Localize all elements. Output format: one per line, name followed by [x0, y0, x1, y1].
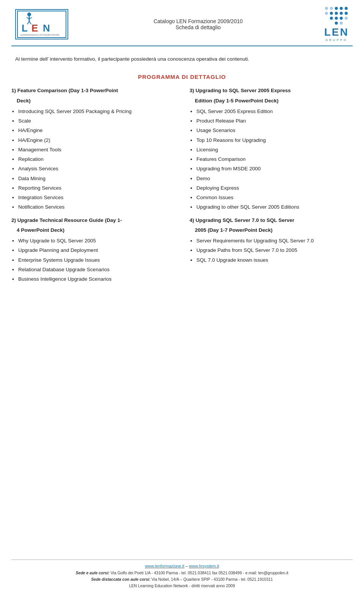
dot [330, 7, 333, 10]
list-item: HA/Engine (2) [11, 137, 174, 144]
footer-link-1[interactable]: www.lenformazione.it [145, 564, 184, 568]
list-item: Management Tools [11, 146, 174, 154]
list-item: Reporting Services [11, 184, 174, 192]
list-item: Upgrade Paths from SQL Server 7.0 to 200… [190, 247, 353, 254]
footer-address-line2: Sede distaccata con aule corsi: Via Nobe… [11, 576, 353, 583]
dot [340, 17, 343, 20]
list-item: Enterprise Systems Upgrade Issues [11, 256, 174, 264]
list-item: Upgrading from MSDE 2000 [190, 165, 353, 173]
svg-line-6 [29, 21, 31, 24]
program-title-section: PROGRAMMA DI DETTAGLIO [0, 67, 364, 87]
footer-links: www.lenformazione.it – www.hrsystem.it [11, 564, 353, 568]
list-item: Business Intelligence Upgrade Scenarios [11, 275, 174, 283]
list-item: Demo [190, 175, 353, 182]
list-item: Licensing [190, 146, 353, 154]
footer-address: Sede e aule corsi: Via Golfo dei Poeti 1… [11, 570, 353, 583]
section-4-subheading: 2005 (Day 1-7 PowerPoint Deck) [190, 226, 353, 234]
section-2-list: Why Upgrade to SQL Server 2005 Upgrade P… [11, 237, 174, 283]
svg-text:L: L [22, 22, 28, 34]
section-2-subheading: 4 PowerPoint Deck) [11, 226, 174, 234]
list-item: Server Requirements for Upgrading SQL Se… [190, 237, 353, 245]
dot [325, 17, 328, 20]
svg-text:N: N [43, 22, 50, 34]
program-title-text: PROGRAMMA DI DETTAGLIO [138, 74, 226, 80]
dot [345, 17, 348, 20]
dot [340, 12, 343, 15]
list-item: Introducing SQL Server 2005 Packaging & … [11, 108, 174, 115]
section-3-subheading: Edition (Day 1-5 PowerPoint Deck) [190, 97, 353, 105]
section-4: 4) Upgrading SQL Server 7.0 to SQL Serve… [190, 217, 353, 264]
dots-grid [325, 7, 348, 25]
header-center: Catalogo LEN Formazione 2009/2010 Scheda… [72, 18, 324, 30]
list-item: Usage Scenarios [190, 127, 353, 134]
list-item: Upgrading to other SQL Server 2005 Editi… [190, 203, 353, 211]
footer-link-2[interactable]: www.hrsystem.it [189, 564, 219, 568]
section-1-list: Introducing SQL Server 2005 Packaging & … [11, 108, 174, 211]
col-right: 3) Upgrading to SQL Server 2005 Express … [182, 87, 353, 556]
list-item: Features Comparison [190, 156, 353, 163]
list-item: Common Issues [190, 194, 353, 201]
list-item: Replication [11, 156, 174, 163]
list-item: Why Upgrade to SQL Server 2005 [11, 237, 174, 245]
section-1: 1) Feature Comparison (Day 1-3 PowerPoin… [11, 87, 174, 211]
section-3-heading: 3) Upgrading to SQL Server 2005 Express [190, 87, 353, 94]
dot [330, 22, 333, 25]
list-item: Deploying Express [190, 184, 353, 192]
footer-address-text2: Via Nobel, 14/A – Quartiere SPIP - 43100… [151, 577, 273, 582]
section-3-list: SQL Server 2005 Express Edition Product … [190, 108, 353, 211]
svg-text:E: E [31, 22, 38, 34]
dot [340, 7, 343, 10]
footer-address-label1: Sede e aule corsi: [76, 571, 110, 575]
len-logo-svg: L E N LEARNING|EDUCATION|NETWORK [17, 11, 66, 38]
section-4-list: Server Requirements for Upgrading SQL Se… [190, 237, 353, 264]
header: L E N LEARNING|EDUCATION|NETWORK Catalog… [0, 0, 364, 46]
list-item: HA/Engine [11, 127, 174, 134]
col-left: 1) Feature Comparison (Day 1-3 PowerPoin… [11, 87, 182, 556]
svg-text:LEARNING|EDUCATION|NETWORK: LEARNING|EDUCATION|NETWORK [20, 34, 60, 36]
dot [325, 7, 328, 10]
dot [345, 12, 348, 15]
section-2-heading: 2) Upgrade Technical Resource Guide (Day… [11, 217, 174, 224]
header-title-line2: Scheda di dettaglio [72, 24, 324, 30]
len-right-logo-subtext: GRUPPO [325, 38, 348, 42]
logo-box-left: L E N LEARNING|EDUCATION|NETWORK [15, 9, 68, 39]
list-item: SQL 7.0 Upgrade known issues [190, 256, 353, 264]
list-item: Analysis Services [11, 165, 174, 173]
logo-inner: L E N LEARNING|EDUCATION|NETWORK [17, 11, 66, 38]
dot [330, 17, 333, 20]
list-item: Data Mining [11, 175, 174, 182]
section-1-subheading: Deck) [11, 97, 174, 105]
list-item: Notification Services [11, 203, 174, 211]
list-item: Upgrade Planning and Deployment [11, 247, 174, 254]
header-title-line1: Catalogo LEN Formazione 2009/2010 [72, 18, 324, 24]
dot [345, 7, 348, 10]
intro-section: Al termine dell' intervento formativo, i… [0, 46, 364, 67]
section-1-heading: 1) Feature Comparison (Day 1-3 PowerPoin… [11, 87, 174, 94]
svg-point-1 [27, 13, 31, 16]
logo-right: LEN GRUPPO [324, 7, 349, 42]
footer-bottom: LEN Learning Education Network - diritti… [11, 583, 353, 588]
dot [325, 12, 328, 15]
len-right-logo-text: LEN [324, 27, 349, 38]
list-item: Top 10 Reasons for Upgrading [190, 137, 353, 144]
dot [335, 22, 338, 25]
section-4-heading: 4) Upgrading SQL Server 7.0 to SQL Serve… [190, 217, 353, 224]
dot [335, 7, 338, 10]
page-wrapper: L E N LEARNING|EDUCATION|NETWORK Catalog… [0, 0, 364, 591]
section-3: 3) Upgrading to SQL Server 2005 Express … [190, 87, 353, 211]
main-content: 1) Feature Comparison (Day 1-3 PowerPoin… [0, 87, 364, 556]
dot [335, 17, 338, 20]
dot [345, 22, 348, 25]
footer-address-text1: Via Golfo dei Poeti 1/A - 43100 Parma - … [110, 571, 289, 575]
dot [340, 22, 343, 25]
list-item: Integration Services [11, 194, 174, 201]
intro-text: Al termine dell' intervento formativo, i… [15, 55, 349, 63]
footer: www.lenformazione.it – www.hrsystem.it S… [11, 560, 353, 591]
section-2: 2) Upgrade Technical Resource Guide (Day… [11, 217, 174, 283]
dot [335, 12, 338, 15]
dot [330, 12, 333, 15]
list-item: SQL Server 2005 Express Edition [190, 108, 353, 115]
footer-separator: – [185, 564, 189, 568]
logo-left: L E N LEARNING|EDUCATION|NETWORK [11, 9, 72, 39]
list-item: Product Release Plan [190, 117, 353, 125]
